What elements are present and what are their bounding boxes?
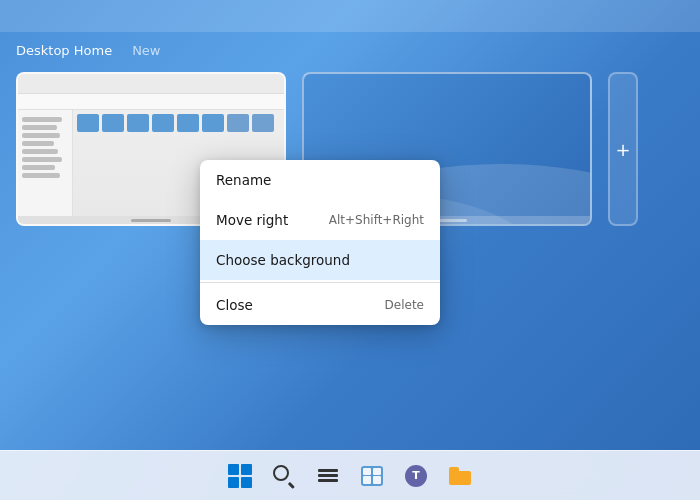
- search-icon: [273, 465, 295, 487]
- menu-item-choose-background-label: Choose background: [216, 252, 350, 268]
- start-button[interactable]: [220, 456, 260, 496]
- search-button[interactable]: [264, 456, 304, 496]
- menu-item-choose-background[interactable]: Choose background: [200, 240, 440, 280]
- widgets-icon: [361, 466, 383, 486]
- menu-item-close[interactable]: Close Delete: [200, 285, 440, 325]
- widgets-button[interactable]: [352, 456, 392, 496]
- desktop-background: Desktop Home New: [0, 0, 700, 500]
- menu-divider: [200, 282, 440, 283]
- task-view-icon: [318, 469, 338, 482]
- task-view-button[interactable]: [308, 456, 348, 496]
- new-desktop-thumb[interactable]: +: [608, 72, 638, 226]
- menu-item-move-right-label: Move right: [216, 212, 288, 228]
- new-desktop-label: New: [132, 43, 160, 58]
- windows-logo-icon: [228, 464, 252, 488]
- menu-item-move-right[interactable]: Move right Alt+Shift+Right: [200, 200, 440, 240]
- menu-item-move-right-shortcut: Alt+Shift+Right: [329, 213, 424, 227]
- menu-item-rename[interactable]: Rename: [200, 160, 440, 200]
- menu-item-close-shortcut: Delete: [385, 298, 424, 312]
- teams-icon: T: [405, 465, 427, 487]
- top-bar: [0, 0, 700, 32]
- context-menu: Rename Move right Alt+Shift+Right Choose…: [200, 160, 440, 325]
- taskbar: T: [0, 450, 700, 500]
- teams-button[interactable]: T: [396, 456, 436, 496]
- file-explorer-button[interactable]: [440, 456, 480, 496]
- menu-item-close-label: Close: [216, 297, 253, 313]
- desktop-area: Desktop Home New: [0, 32, 700, 450]
- menu-item-rename-label: Rename: [216, 172, 271, 188]
- file-explorer-icon: [449, 467, 471, 485]
- desktop-label-bar: Desktop Home New: [0, 32, 700, 68]
- new-desktop-plus-icon: +: [615, 139, 630, 160]
- desktop-home-label: Desktop Home: [16, 43, 112, 58]
